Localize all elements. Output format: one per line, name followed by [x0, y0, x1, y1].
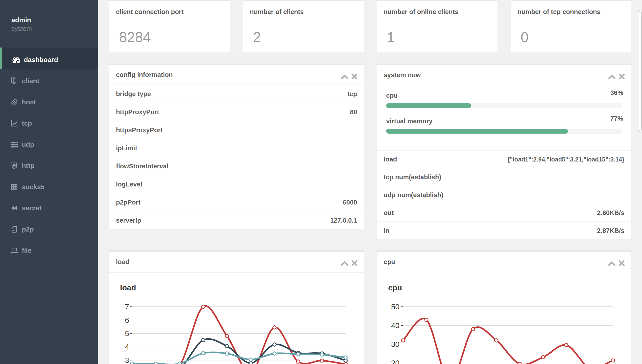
svg-text:40: 40 [391, 321, 400, 330]
svg-text:4: 4 [125, 342, 129, 351]
svg-text:5: 5 [125, 329, 129, 338]
svg-text:3: 3 [125, 356, 129, 364]
svg-text:20: 20 [391, 359, 400, 364]
svg-text:6: 6 [125, 316, 129, 324]
svg-text:cpu: cpu [388, 283, 402, 292]
svg-text:load: load [120, 283, 136, 292]
svg-text:30: 30 [391, 340, 400, 348]
svg-text:50: 50 [391, 302, 400, 311]
svg-text:7: 7 [125, 302, 129, 311]
